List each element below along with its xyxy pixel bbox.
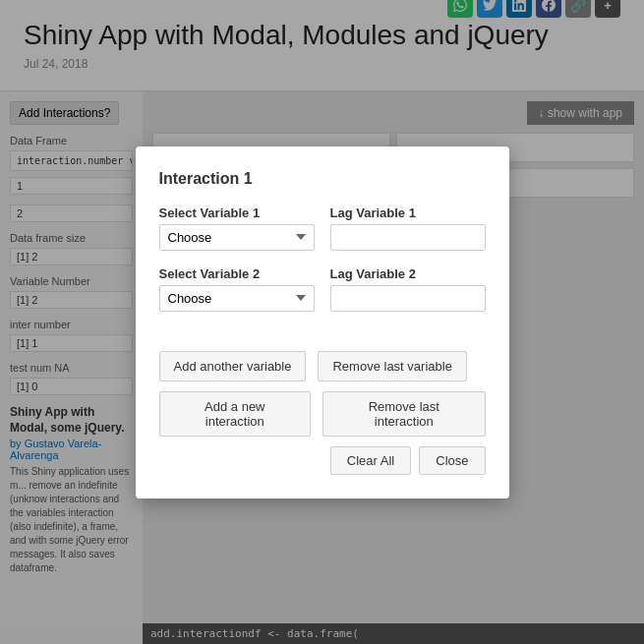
form-row-2: Select Variable 2 Choose Lag Variable 2 [159, 266, 486, 312]
modal-overlay: Interaction 1 Select Variable 1 Choose L… [0, 0, 644, 644]
lag-variable-1-label: Lag Variable 1 [330, 205, 486, 220]
select-variable-1-input[interactable]: Choose [159, 224, 315, 251]
select-variable-2-group: Select Variable 2 Choose [159, 266, 315, 312]
remove-last-interaction-button[interactable]: Remove last interaction [322, 391, 485, 437]
modal-footer: Clear All Close [159, 446, 486, 475]
select-variable-2-label: Select Variable 2 [159, 266, 315, 281]
select-variable-2-input[interactable]: Choose [159, 285, 315, 312]
form-row-1: Select Variable 1 Choose Lag Variable 1 [159, 205, 486, 251]
modal-action-row-2: Add a new interaction Remove last intera… [159, 391, 486, 437]
add-new-interaction-button[interactable]: Add a new interaction [159, 391, 312, 437]
modal-action-row-1: Add another variable Remove last variabl… [159, 351, 486, 381]
close-button[interactable]: Close [419, 446, 485, 475]
remove-last-variable-button[interactable]: Remove last variable [318, 351, 466, 381]
lag-variable-2-label: Lag Variable 2 [330, 266, 486, 281]
lag-variable-2-input[interactable] [330, 285, 486, 312]
lag-variable-1-group: Lag Variable 1 [330, 205, 486, 251]
clear-all-button[interactable]: Clear All [330, 446, 411, 475]
select-variable-1-label: Select Variable 1 [159, 205, 315, 220]
lag-variable-1-input[interactable] [330, 224, 486, 251]
add-another-variable-button[interactable]: Add another variable [159, 351, 307, 381]
modal-title: Interaction 1 [159, 170, 486, 188]
select-variable-1-group: Select Variable 1 Choose [159, 205, 315, 251]
lag-variable-2-group: Lag Variable 2 [330, 266, 486, 312]
modal-dialog: Interaction 1 Select Variable 1 Choose L… [136, 146, 509, 498]
